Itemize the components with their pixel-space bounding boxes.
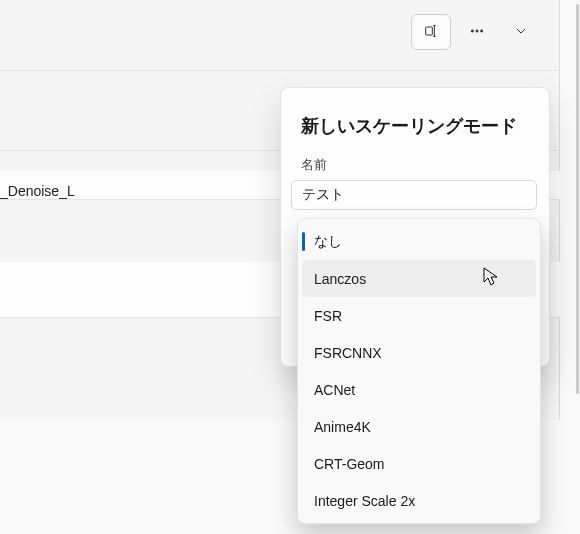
dialog-title: 新しいスケーリングモード <box>281 114 549 156</box>
svg-point-2 <box>476 29 478 31</box>
dropdown-item[interactable]: FSRCNNX <box>302 334 536 371</box>
dropdown-item[interactable]: Lanczos <box>302 260 536 297</box>
dropdown-item-label: FSR <box>314 308 342 324</box>
dropdown-item[interactable]: CRT-Geom <box>302 445 536 482</box>
scrollbar[interactable] <box>576 4 579 394</box>
chevron-down-icon <box>513 23 529 42</box>
name-input[interactable]: テスト <box>291 180 537 210</box>
dropdown-item-label: CRT-Geom <box>314 456 385 472</box>
dropdown-item-label: なし <box>314 233 342 251</box>
svg-rect-0 <box>426 27 433 35</box>
expand-button[interactable] <box>503 14 539 50</box>
list-item-label: _Denoise_L <box>0 183 75 199</box>
rename-button[interactable] <box>411 14 451 50</box>
dropdown-item-label: ACNet <box>314 382 355 398</box>
svg-point-3 <box>481 29 483 31</box>
dropdown-item[interactable]: なし <box>302 223 536 260</box>
dropdown-item-label: Integer Scale 2x <box>314 493 415 509</box>
dropdown-item[interactable]: Anime4K <box>302 408 536 445</box>
name-input-value: テスト <box>302 186 344 204</box>
dropdown-item-label: Lanczos <box>314 271 366 287</box>
dropdown-item[interactable]: Integer Scale 2x <box>302 482 536 519</box>
dropdown-item[interactable]: FSR <box>302 297 536 334</box>
dropdown-item-label: FSRCNNX <box>314 345 382 361</box>
scaling-mode-dropdown[interactable]: なしLanczosFSRFSRCNNXACNetAnime4KCRT-GeomI… <box>297 218 541 524</box>
rename-icon <box>423 23 439 42</box>
name-label: 名前 <box>281 156 549 180</box>
divider <box>0 70 560 71</box>
background-toolbar <box>411 14 539 50</box>
dropdown-item[interactable]: ACNet <box>302 371 536 408</box>
dropdown-item-label: Anime4K <box>314 419 371 435</box>
more-icon <box>469 23 485 42</box>
svg-point-1 <box>471 29 473 31</box>
more-button[interactable] <box>459 14 495 50</box>
